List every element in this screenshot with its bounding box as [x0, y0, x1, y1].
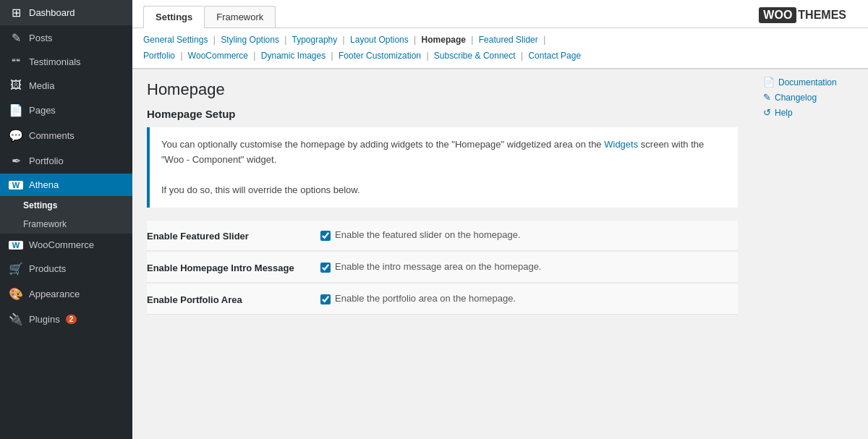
portfolio-icon: ✒ — [9, 154, 23, 168]
pages-icon: 📄 — [9, 103, 23, 117]
plugins-badge: 2 — [66, 315, 77, 324]
sidebar-item-label: Portfolio — [29, 155, 64, 166]
option-control-homepage-intro: Enable the intro message area on the hom… — [320, 261, 541, 273]
sidebar-item-appearance[interactable]: 🎨 Appearance — [0, 281, 132, 307]
tab-settings[interactable]: Settings — [143, 6, 204, 28]
help-icon: ↺ — [763, 107, 771, 118]
nav-typography[interactable]: Typography — [292, 35, 338, 45]
sidebar-item-label: WooCommerce — [29, 239, 94, 250]
products-icon: 🛒 — [9, 262, 23, 276]
sidebar-item-comments[interactable]: 💬 Comments — [0, 123, 132, 148]
woocommerce-icon: W — [9, 241, 23, 250]
sidebar-item-testimonials[interactable]: ❝❝ Testimonials — [0, 51, 132, 73]
changelog-icon: ✎ — [763, 92, 771, 103]
sidebar-item-dashboard[interactable]: ⊞ Dashboard — [0, 0, 132, 25]
athena-icon: W — [9, 181, 23, 189]
nav-featured-slider[interactable]: Featured Slider — [479, 35, 538, 45]
option-row-homepage-intro: Enable Homepage Intro Message Enable the… — [147, 252, 738, 283]
posts-icon: ✎ — [9, 31, 23, 45]
sidebar-submenu: Settings Framework — [0, 196, 132, 234]
nav-layout-options[interactable]: Layout Options — [350, 35, 409, 45]
option-control-portfolio-area: Enable the portfolio area on the homepag… — [320, 293, 516, 304]
media-icon: 🖼 — [9, 79, 23, 92]
sidebar: ⊞ Dashboard ✎ Posts ❝❝ Testimonials 🖼 Me… — [0, 0, 132, 439]
checkbox-featured-slider[interactable] — [320, 231, 331, 241]
sidebar-item-athena[interactable]: W Athena — [0, 174, 132, 196]
sidebar-submenu-framework[interactable]: Framework — [0, 215, 132, 234]
sidebar-item-posts[interactable]: ✎ Posts — [0, 25, 132, 51]
comments-icon: 💬 — [9, 129, 23, 142]
tab-framework[interactable]: Framework — [204, 6, 276, 27]
themes-text: THEMES — [798, 9, 846, 22]
content-area: Homepage Homepage Setup You can optional… — [132, 69, 868, 439]
nav-general-settings[interactable]: General Settings — [143, 35, 208, 45]
option-row-portfolio-area: Enable Portfolio Area Enable the portfol… — [147, 284, 738, 315]
sidebar-item-label: Media — [29, 80, 54, 91]
sidebar-item-media[interactable]: 🖼 Media — [0, 73, 132, 98]
help-link[interactable]: ↺ Help — [763, 107, 857, 118]
framework-label: Framework — [23, 219, 67, 229]
widgets-link[interactable]: Widgets — [604, 139, 638, 150]
page-title: Homepage — [147, 80, 738, 99]
option-label-homepage-intro: Enable Homepage Intro Message — [147, 261, 320, 273]
checkbox-homepage-intro[interactable] — [320, 263, 331, 273]
sidebar-item-label: Plugins — [29, 314, 60, 325]
nav-woocommerce[interactable]: WooCommerce — [188, 51, 248, 61]
main-content: Settings Framework WOOTHEMES General Set… — [132, 0, 868, 439]
documentation-label: Documentation — [778, 77, 837, 88]
nav-portfolio[interactable]: Portfolio — [143, 51, 175, 61]
info-paragraph-1: You can optionally customise the homepag… — [161, 137, 726, 168]
sidebar-item-products[interactable]: 🛒 Products — [0, 256, 132, 281]
option-label-featured-slider: Enable Featured Slider — [147, 229, 320, 242]
checkbox-portfolio-area[interactable] — [320, 294, 331, 304]
option-control-featured-slider: Enable the featured slider on the homepa… — [320, 229, 521, 241]
sidebar-item-label: Comments — [29, 130, 75, 141]
documentation-link[interactable]: 📄 Documentation — [763, 77, 857, 88]
documentation-icon: 📄 — [763, 77, 775, 88]
section-title: Homepage Setup — [147, 108, 738, 120]
woo-text: WOO — [759, 7, 796, 23]
sidebar-item-pages[interactable]: 📄 Pages — [0, 98, 132, 123]
help-label: Help — [775, 108, 793, 118]
page-content: Homepage Homepage Setup You can optional… — [132, 69, 752, 439]
settings-label: Settings — [23, 200, 57, 210]
sidebar-item-portfolio[interactable]: ✒ Portfolio — [0, 148, 132, 174]
option-label-portfolio-area: Enable Portfolio Area — [147, 293, 320, 305]
woothemes-logo: WOOTHEMES — [759, 7, 857, 27]
dashboard-icon: ⊞ — [9, 6, 23, 20]
sidebar-item-label: Appearance — [29, 289, 80, 299]
sidebar-item-label: Products — [29, 263, 66, 274]
sidebar-item-plugins[interactable]: 🔌 Plugins 2 — [0, 307, 132, 332]
changelog-label: Changelog — [775, 93, 817, 103]
appearance-icon: 🎨 — [9, 287, 23, 301]
option-desc-featured-slider: Enable the featured slider on the homepa… — [335, 229, 521, 240]
sidebar-item-label: Athena — [29, 179, 59, 190]
changelog-link[interactable]: ✎ Changelog — [763, 92, 857, 103]
nav-styling-options[interactable]: Styling Options — [221, 35, 279, 45]
nav-links: General Settings | Styling Options | Typ… — [132, 28, 868, 69]
topbar: Settings Framework WOOTHEMES General Set… — [132, 0, 868, 69]
nav-dynamic-images[interactable]: Dynamic Images — [261, 51, 326, 61]
plugins-icon: 🔌 — [9, 312, 23, 326]
sidebar-item-label: Pages — [29, 105, 56, 116]
info-box: You can optionally customise the homepag… — [147, 127, 738, 208]
option-row-featured-slider: Enable Featured Slider Enable the featur… — [147, 221, 738, 251]
sidebar-item-label: Testimonials — [29, 56, 81, 67]
nav-subscribe-connect[interactable]: Subscribe & Connect — [434, 51, 516, 61]
option-desc-portfolio-area: Enable the portfolio area on the homepag… — [335, 293, 516, 304]
nav-homepage[interactable]: Homepage — [422, 35, 466, 45]
testimonials-icon: ❝❝ — [9, 57, 23, 67]
option-desc-homepage-intro: Enable the intro message area on the hom… — [335, 261, 541, 272]
sidebar-item-label: Posts — [29, 33, 53, 43]
info-paragraph-2: If you do so, this will override the opt… — [161, 183, 726, 198]
nav-footer-customization[interactable]: Footer Customization — [339, 51, 421, 61]
sidebar-item-woocommerce[interactable]: W WooCommerce — [0, 234, 132, 256]
right-sidebar: 📄 Documentation ✎ Changelog ↺ Help — [752, 69, 868, 439]
nav-contact-page[interactable]: Contact Page — [528, 51, 581, 61]
sidebar-submenu-settings[interactable]: Settings — [0, 196, 132, 215]
sidebar-item-label: Dashboard — [29, 7, 75, 18]
